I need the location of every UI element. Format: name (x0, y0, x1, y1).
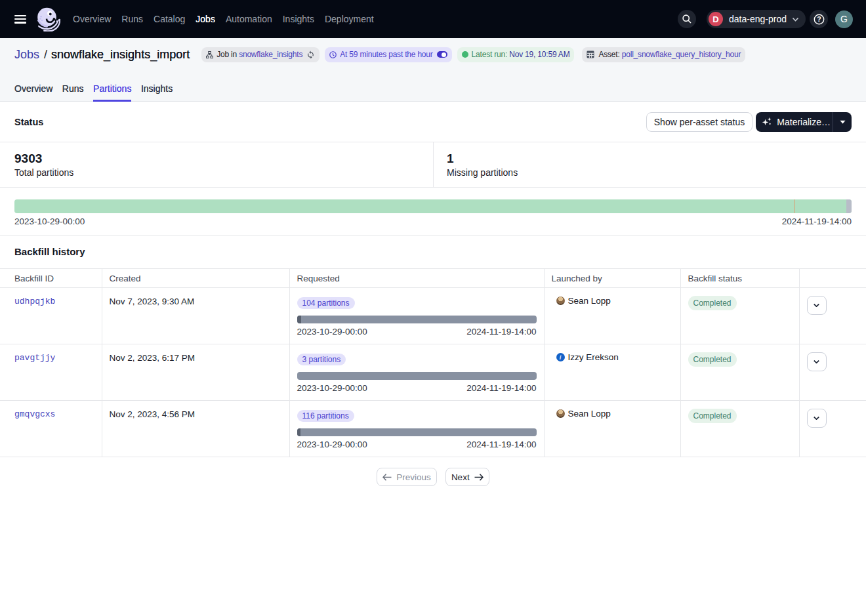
svg-text:?: ? (817, 15, 821, 23)
